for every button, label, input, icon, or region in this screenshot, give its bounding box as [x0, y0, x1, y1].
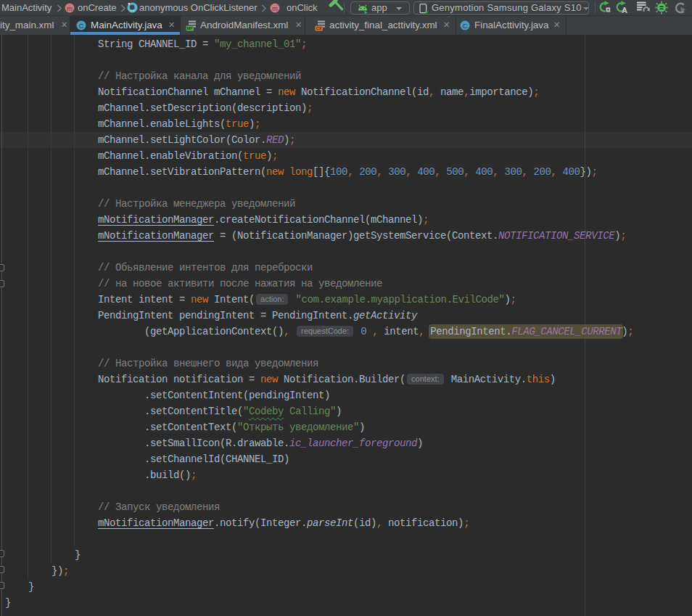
svg-text:m: m: [272, 5, 278, 12]
svg-text:MF: MF: [187, 26, 194, 30]
svg-text:A: A: [622, 6, 627, 14]
svg-text:CX: CX: [316, 26, 322, 30]
svg-text:C: C: [79, 22, 84, 30]
svg-text:C: C: [463, 22, 468, 30]
svg-text:m: m: [67, 5, 73, 12]
